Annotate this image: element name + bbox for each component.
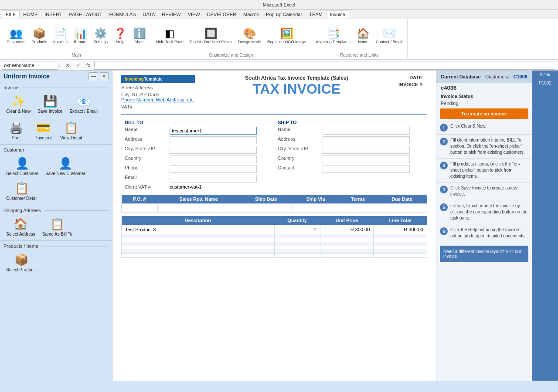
bill-country-label: Country [121,155,166,164]
bill-name-input[interactable] [170,127,257,135]
customers-label: Customers [7,40,26,44]
select-product-btn[interactable]: 📦 Select Produc... [3,251,40,274]
products-btn[interactable]: 📦 Products [30,27,50,46]
menu-home[interactable]: HOME [20,11,41,18]
bill-email-input[interactable] [170,175,257,182]
menu-popup-calendar[interactable]: Pop-up Calendar [262,11,306,18]
print-btn[interactable]: 🖨️ Print [3,119,29,142]
due-date-header: Due Date [377,195,427,204]
bill-city-input[interactable] [170,146,257,154]
hide-task-pane-btn[interactable]: ◧ Hide Task Pane [154,27,186,46]
line-total-cell: R 300.00 [374,225,427,234]
bill-country-input[interactable] [170,155,257,163]
menu-developer[interactable]: DEVELOPER [204,11,240,18]
select-customer-btn[interactable]: 👤 Select Customer [3,155,41,178]
disable-onsheet-icon: 🔲 [204,28,218,39]
line-total-cell [374,234,427,238]
select-address-btn[interactable]: 🏠 Select Address [3,216,38,239]
ship-contact-input[interactable] [323,165,410,173]
invoice-num-line: INVOICE #: [398,82,427,87]
customers-btn[interactable]: 👥 Customers [4,27,28,46]
ship-country-input[interactable] [323,155,410,163]
ship-address-input[interactable] [323,136,410,144]
replace-logo-btn[interactable]: 🖼️ Replace LOGO Image [265,27,308,46]
formula-input[interactable] [94,61,556,70]
list-item: 4 Click Save Invoice to create a new inv… [436,182,532,200]
name-box[interactable] [2,61,58,70]
desc-cell [122,246,275,250]
ship-name-input[interactable] [323,127,410,135]
customer-detail-btn[interactable]: 📋 Customer Detail [3,180,40,203]
invoicing-templates-btn[interactable]: 📑 Invoicing Templates [314,27,353,46]
disable-onsheet-btn[interactable]: 🔲 Disable On-sheet Picker [187,27,234,46]
save-invoice-btn[interactable]: 💾 Save Invoice [35,93,65,116]
ship-via-header: Ship Via [293,195,339,204]
save-new-customer-btn[interactable]: 👤 Save New Customer [43,155,88,178]
hide-task-pane-icon: ◧ [165,28,175,39]
create-invoice-text: To create an invoice [443,111,525,116]
same-as-bill-btn[interactable]: 📋 Same As Bill To [40,216,75,239]
design-mode-btn[interactable]: 🎨 Design Mode [236,27,263,46]
menu-page-layout[interactable]: PAGE LAYOUT [65,11,105,18]
step-text: Click the Help button on the Invoice rib… [450,227,528,239]
formula-bar: | ✕ ✓ fx [0,60,558,71]
help-icon: ❓ [114,28,127,39]
payment-btn[interactable]: 💳 Payment [31,119,56,142]
function-btn[interactable]: fx [84,62,92,69]
help-btn[interactable]: ❓ Help [112,27,129,46]
menu-view[interactable]: VIEW [184,11,204,18]
select-product-label: Select Produc... [6,267,37,273]
table-row [122,254,427,258]
line-total-cell [374,246,427,250]
current-db-row: Current Database Customer# C1006 [441,74,527,79]
bill-ship-table: BILL TO SHIP TO Name Name Address Addres… [121,119,427,190]
list-item: 5 Extract, Email or print the invoice by… [436,200,532,224]
settings-btn[interactable]: ⚙️ Settings [92,27,110,46]
menu-team[interactable]: TEAM [306,11,326,18]
products-section-label: Products / Items [0,240,112,250]
payment-icon: 💳 [36,121,50,135]
menu-file[interactable]: FILE [2,10,20,18]
logo-area: InvoicingTemplate Street Address City, S… [121,75,195,109]
menu-macros[interactable]: Macros [240,11,262,18]
ship-contact-value [319,164,427,174]
invoicing-templates-label: Invoicing Templates [316,40,350,44]
line-total-header: Line Total [374,216,427,225]
contact-email-btn[interactable]: ✉️ Contact / Email [374,27,405,46]
cancel-formula-btn[interactable]: ✕ [63,62,72,69]
bill-address-input[interactable] [170,136,257,144]
menu-formulas[interactable]: FORMULAS [105,11,139,18]
phone-link[interactable]: Phone Number, Web Address, etc. [121,97,195,102]
invoices-btn[interactable]: 📄 Invoices [51,27,70,46]
confirm-formula-btn[interactable]: ✓ [74,62,82,69]
home-btn[interactable]: 🏠 Home [354,27,372,46]
bill-name-label: Name [121,126,166,135]
current-db-label: Current Database [441,74,481,79]
clear-new-btn[interactable]: ✨ Clear & New [3,93,33,116]
menu-data[interactable]: DATA [140,11,159,18]
step-text: Extract, Email or print the invoice by c… [450,203,528,221]
bill-phone-input[interactable] [170,165,257,173]
ship-address-label: Address [274,135,319,145]
about-btn[interactable]: ℹ️ About [131,27,148,46]
table-row [122,238,427,242]
print-label: Print [12,135,21,141]
table-row [122,250,427,254]
po-num-cell [122,204,158,213]
menu-insert[interactable]: INSERT [41,11,65,18]
reports-btn[interactable]: 📊 Reports [71,27,90,46]
extract-email-btn[interactable]: 📧 Extract / Email [67,93,100,116]
menu-review[interactable]: REVIEW [158,11,184,18]
list-item: 3 Fill products / items, or click the "o… [436,159,532,182]
task-pane-close-btn[interactable]: ✕ [100,72,109,80]
list-item: 1 Click Clear & New. [436,121,532,135]
ship-date-cell [240,204,292,213]
unit-price-header: Unit Price [320,216,374,225]
task-pane-minimize-btn[interactable]: — [88,72,98,80]
bill-to-header: BILL TO [121,119,274,126]
print-payment-row: 🖨️ Print 💳 Payment 📋 View Detail [0,118,112,144]
title-text: Microsoft Excel [263,2,296,7]
menu-invoice[interactable]: Invoice [326,10,349,18]
view-detail-btn[interactable]: 📋 View Detail [58,119,85,142]
ship-city-input[interactable] [323,146,410,154]
